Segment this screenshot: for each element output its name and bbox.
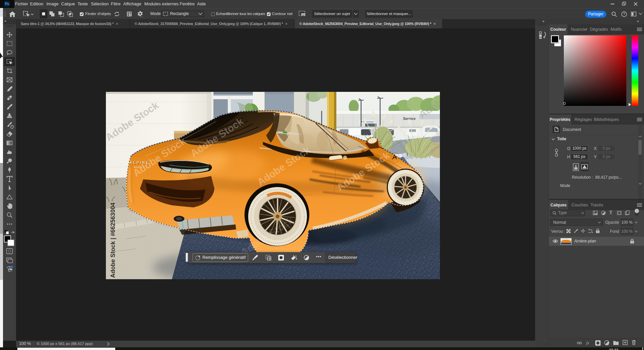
svg-text:⯁ Mécanique: ⯁ Mécanique: [361, 121, 374, 123]
svg-text:?: ?: [623, 12, 625, 16]
svg-text:Adobe Stock | #662563004: Adobe Stock | #662563004: [110, 203, 116, 278]
